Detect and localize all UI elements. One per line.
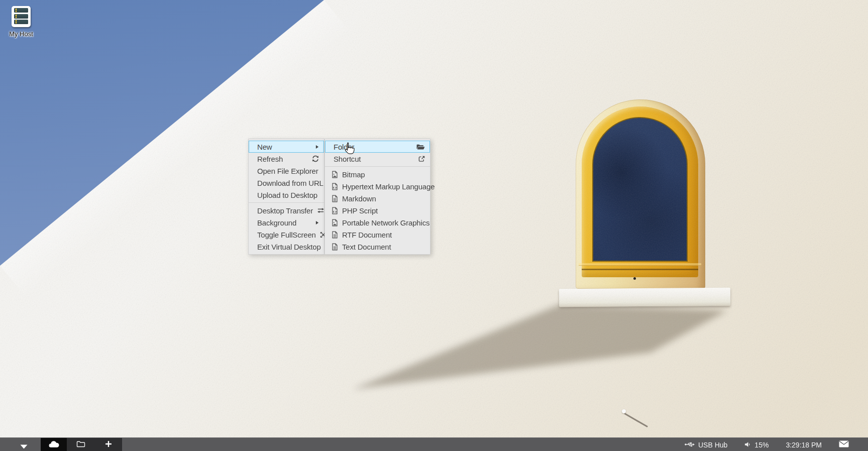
window-glass [592, 117, 688, 262]
refresh-icon [312, 155, 319, 162]
volume-icon [744, 441, 751, 449]
taskbar: USB Hub 15% 3:29:18 PM [0, 437, 868, 451]
submenu-item-bitmap[interactable]: Bitmap [325, 168, 430, 180]
plus-icon [105, 440, 112, 449]
chevron-right-icon [315, 220, 319, 225]
hand-pointer-cursor [344, 142, 355, 157]
chevron-down-icon [20, 442, 28, 450]
window-sill-step [579, 263, 701, 266]
file-text-icon [331, 231, 339, 239]
menu-item-refresh[interactable]: Refresh [249, 153, 324, 165]
submenu-item-png[interactable]: Portable Network Graphics [325, 216, 430, 229]
usb-icon [684, 441, 695, 449]
server-bar [14, 8, 28, 13]
menu-item-exit-virtual-desktop[interactable]: Exit Virtual Desktop [249, 241, 324, 253]
submenu-item-shortcut[interactable]: Shortcut [325, 153, 430, 165]
submenu-item-rtf-document[interactable]: RTF Document [325, 229, 430, 241]
server-bar [14, 20, 28, 24]
desktop-icon-label: My Host [7, 30, 35, 38]
file-code-icon [331, 207, 339, 214]
taskbar-file-explorer-button[interactable] [67, 438, 94, 451]
folder-icon [76, 440, 85, 449]
chevron-right-icon [315, 145, 319, 149]
taskbar-status-area: USB Hub 15% 3:29:18 PM [684, 438, 868, 451]
taskbar-menu-button[interactable] [20, 442, 28, 450]
menu-item-upload-to-desktop[interactable]: Upload to Desktop [249, 189, 324, 201]
file-code-icon [331, 183, 339, 190]
transfer-icon [317, 207, 324, 213]
desktop-context-menu: New Refresh Open File Explorer Download … [248, 139, 324, 255]
window-sill-groove [582, 269, 698, 270]
menu-item-download-from-url[interactable]: Download from URL [249, 177, 324, 189]
desktop-surface[interactable]: My Host New Refresh Open File Explorer D… [0, 0, 868, 451]
window-cast-shadow [347, 297, 743, 398]
external-link-icon [418, 156, 425, 162]
window-ledge [559, 288, 730, 307]
menu-divider [325, 166, 430, 167]
new-submenu: Folder Shortcut Bitmap [324, 139, 430, 255]
usb-label: USB Hub [698, 441, 727, 449]
menu-item-open-file-explorer[interactable]: Open File Explorer [249, 165, 324, 177]
envelope-icon [839, 440, 849, 449]
server-bar [14, 14, 28, 19]
file-text-icon [331, 195, 339, 202]
desktop-icon-my-host[interactable]: My Host [7, 6, 35, 38]
file-image-icon [331, 219, 339, 227]
menu-item-new[interactable]: New [249, 141, 324, 153]
menu-item-desktop-transfer[interactable]: Desktop Transfer [249, 204, 324, 216]
menu-item-background[interactable]: Background [249, 216, 324, 229]
menu-item-toggle-fullscreen[interactable]: Toggle FullScreen [249, 229, 324, 241]
window-knob [633, 277, 636, 280]
submenu-item-text-document[interactable]: Text Document [325, 241, 430, 253]
file-image-icon [331, 171, 339, 178]
submenu-item-php-script[interactable]: PHP Script [325, 204, 430, 216]
usb-status[interactable]: USB Hub [684, 441, 727, 449]
submenu-item-markdown[interactable]: Markdown [325, 192, 430, 204]
volume-level: 15% [754, 441, 769, 449]
wall-stick-dot [622, 409, 626, 413]
submenu-item-html[interactable]: Hypertext Markup Language [325, 180, 430, 192]
taskbar-new-window-button[interactable] [94, 438, 122, 451]
clock-label: 3:29:18 PM [786, 441, 822, 449]
menu-divider [249, 202, 324, 203]
cloud-icon [48, 440, 60, 449]
submenu-item-folder[interactable]: Folder [325, 141, 430, 153]
server-icon [12, 6, 31, 27]
folder-open-icon [416, 144, 425, 150]
taskbar-app-cloud-button[interactable] [41, 438, 67, 451]
clock[interactable]: 3:29:18 PM [786, 441, 822, 449]
mail-button[interactable] [839, 440, 849, 449]
volume-status[interactable]: 15% [744, 441, 769, 449]
file-text-icon [331, 243, 339, 251]
